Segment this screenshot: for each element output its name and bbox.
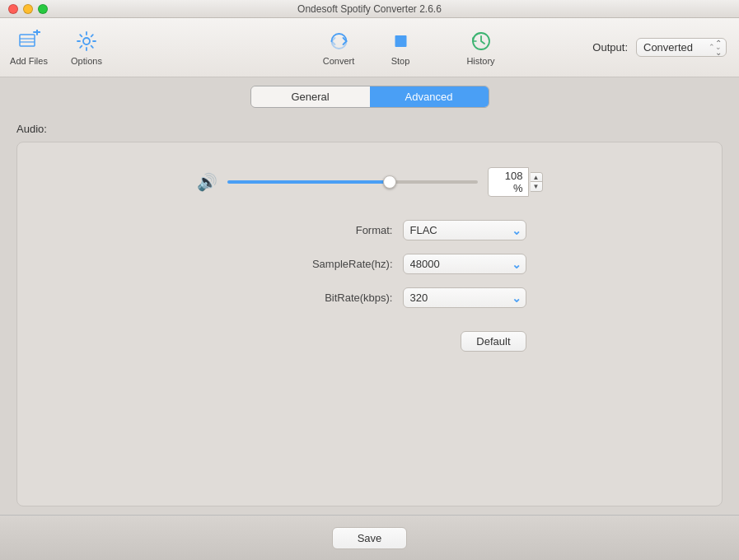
toolbar-right-group: Output: Converted ⌃⌄ bbox=[592, 38, 727, 57]
stop-icon bbox=[389, 30, 412, 53]
volume-value: 108 % bbox=[488, 167, 529, 197]
tab-advanced[interactable]: Advanced bbox=[370, 86, 489, 107]
svg-rect-6 bbox=[395, 35, 406, 47]
svg-rect-0 bbox=[20, 35, 35, 46]
toolbar-center-group: Convert Stop bbox=[318, 30, 421, 66]
save-button[interactable]: Save bbox=[332, 527, 408, 549]
output-select-wrapper: Converted ⌃⌄ bbox=[636, 38, 727, 57]
window-title: Ondesoft Spotify Converter 2.6.6 bbox=[297, 3, 442, 15]
format-select-wrapper: FLAC MP3 AAC WAV OGG ⌄ bbox=[403, 220, 526, 240]
samplerate-label: SampleRate(hz): bbox=[312, 258, 393, 270]
format-label: Format: bbox=[356, 224, 393, 236]
volume-thumb[interactable] bbox=[383, 175, 396, 189]
samplerate-row: SampleRate(hz): 44100 48000 96000 192000… bbox=[213, 254, 526, 274]
stop-button[interactable]: Stop bbox=[380, 30, 421, 66]
convert-button[interactable]: Convert bbox=[318, 30, 359, 66]
gear-icon bbox=[75, 30, 98, 53]
default-btn-row: Default bbox=[213, 331, 526, 352]
volume-stepper[interactable]: ▲ ▼ bbox=[531, 172, 543, 192]
minimize-button[interactable] bbox=[23, 4, 33, 14]
volume-value-container: 108 % ▲ ▼ bbox=[488, 167, 543, 197]
history-label: History bbox=[466, 56, 494, 66]
add-files-button[interactable]: Add Files bbox=[8, 30, 49, 66]
format-select[interactable]: FLAC MP3 AAC WAV OGG bbox=[403, 220, 526, 240]
output-select[interactable]: Converted bbox=[636, 38, 727, 57]
tab-general[interactable]: General bbox=[251, 86, 370, 107]
bitrate-select[interactable]: 128 192 256 320 bbox=[403, 287, 526, 308]
output-label: Output: bbox=[592, 41, 628, 54]
default-button[interactable]: Default bbox=[461, 331, 526, 352]
stop-label: Stop bbox=[391, 56, 410, 66]
footer: Save bbox=[0, 515, 739, 560]
samplerate-select[interactable]: 44100 48000 96000 192000 bbox=[403, 254, 526, 274]
tabs-container: General Advanced bbox=[250, 86, 489, 108]
titlebar: Ondesoft Spotify Converter 2.6.6 bbox=[0, 0, 739, 18]
bitrate-label: BitRate(kbps): bbox=[325, 292, 392, 304]
convert-icon bbox=[327, 30, 350, 53]
toolbar-left-group: Add Files Options bbox=[8, 30, 107, 66]
add-files-icon bbox=[17, 30, 40, 53]
tabs-bar: General Advanced bbox=[0, 77, 739, 114]
main-content: Audio: 🔊 108 % ▲ ▼ Format: FLAC bbox=[0, 114, 739, 515]
volume-slider[interactable] bbox=[227, 180, 478, 184]
close-button[interactable] bbox=[8, 4, 18, 14]
options-button[interactable]: Options bbox=[66, 30, 107, 66]
convert-label: Convert bbox=[323, 56, 355, 66]
add-files-label: Add Files bbox=[10, 56, 48, 66]
maximize-button[interactable] bbox=[38, 4, 48, 14]
window-controls bbox=[8, 4, 48, 14]
volume-increment[interactable]: ▲ bbox=[531, 173, 542, 182]
audio-section-label: Audio: bbox=[16, 123, 723, 135]
bitrate-select-wrapper: 128 192 256 320 ⌄ bbox=[403, 287, 526, 308]
history-button[interactable]: History bbox=[461, 30, 502, 66]
volume-icon: 🔊 bbox=[197, 172, 217, 192]
samplerate-select-wrapper: 44100 48000 96000 192000 ⌄ bbox=[403, 254, 526, 274]
history-icon bbox=[470, 30, 493, 53]
audio-panel: 🔊 108 % ▲ ▼ Format: FLAC MP3 bbox=[16, 142, 723, 506]
setting-rows: Format: FLAC MP3 AAC WAV OGG ⌄ SampleRat… bbox=[213, 220, 526, 308]
volume-row: 🔊 108 % ▲ ▼ bbox=[197, 167, 543, 197]
format-row: Format: FLAC MP3 AAC WAV OGG ⌄ bbox=[213, 220, 526, 240]
bitrate-row: BitRate(kbps): 128 192 256 320 ⌄ bbox=[213, 287, 526, 308]
toolbar: Add Files Options Convert bbox=[0, 18, 739, 77]
svg-point-5 bbox=[83, 38, 90, 44]
options-label: Options bbox=[71, 56, 102, 66]
volume-decrement[interactable]: ▼ bbox=[531, 182, 542, 191]
